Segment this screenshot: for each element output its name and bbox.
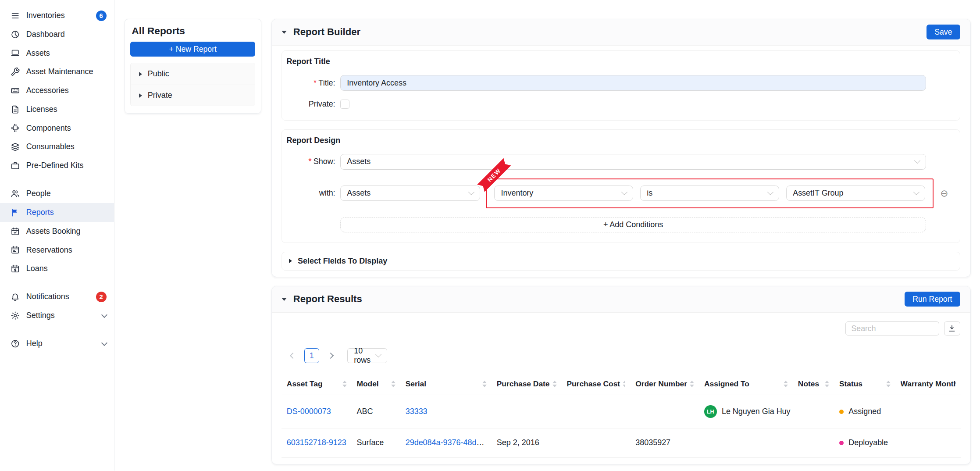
asset-tag-link[interactable]: 603152718-9123	[287, 438, 346, 447]
all-reports-panel: All Reports + New Report Public Private	[114, 0, 271, 471]
sidebar-item-notifications[interactable]: Notifications 2	[0, 288, 114, 307]
sidebar-item-people[interactable]: People	[0, 184, 114, 203]
serial-link[interactable]: 33333	[406, 407, 428, 416]
next-page-button[interactable]	[325, 348, 336, 363]
results-toolbar	[282, 321, 960, 336]
inventories-count-badge: 6	[96, 11, 107, 21]
column-header-purchase-date[interactable]: Purchase Date	[492, 373, 562, 395]
sidebar-item-settings[interactable]: Settings	[0, 306, 114, 325]
wrench-icon	[11, 67, 20, 76]
sidebar: Inventories 6 Dashboard Assets Asset Mai…	[0, 0, 114, 471]
report-group-private[interactable]: Private	[131, 85, 255, 106]
chevron-down-icon	[767, 189, 773, 195]
sidebar-item-accessories[interactable]: Accessories	[0, 81, 114, 100]
download-icon	[948, 324, 956, 333]
report-builder-header: Report Builder Save	[272, 19, 970, 46]
calendar-icon	[11, 245, 20, 254]
sidebar-item-label: Settings	[26, 311, 96, 320]
report-title-heading: Report Title	[286, 57, 950, 66]
condition-field-select[interactable]: Inventory	[494, 186, 633, 201]
column-header-model[interactable]: Model	[352, 373, 400, 395]
chevron-down-icon	[468, 189, 474, 195]
report-builder-card: Report Builder Save Report Title *Title:…	[271, 19, 971, 277]
asset-tag-link[interactable]: DS-0000073	[287, 407, 331, 416]
column-header-status[interactable]: Status	[834, 373, 896, 395]
table-row: DS-0000073 ABC 33333 LH Le Nguyen Gia Hu…	[282, 395, 961, 428]
sidebar-item-label: Loans	[26, 264, 107, 273]
dashboard-icon	[11, 30, 20, 39]
sidebar-item-label: Components	[26, 124, 107, 133]
collapse-caret-icon[interactable]	[282, 298, 287, 301]
serial-link[interactable]: 29de084a-9376-48dc-...	[406, 438, 490, 447]
condition-value-select[interactable]: AssetIT Group	[786, 186, 925, 201]
with-select[interactable]: Assets	[340, 186, 480, 201]
sidebar-item-reservations[interactable]: Reservations	[0, 241, 114, 260]
required-mark: *	[314, 78, 317, 87]
select-fields-collapse[interactable]: Select Fields To Display	[282, 252, 960, 271]
report-results-header: Report Results Run Report	[272, 286, 970, 313]
page-number-button[interactable]: 1	[304, 348, 319, 363]
sidebar-item-consumables[interactable]: Consumables	[0, 138, 114, 157]
sort-icon	[342, 381, 347, 387]
column-header-warranty-months[interactable]: Warranty Months	[895, 373, 961, 395]
sidebar-item-licenses[interactable]: Licenses	[0, 100, 114, 119]
column-header-assigned-to[interactable]: Assigned To	[699, 373, 793, 395]
sidebar-item-label: People	[26, 189, 107, 198]
column-header-asset-tag[interactable]: Asset Tag	[282, 373, 352, 395]
sidebar-item-assets-booking[interactable]: Assets Booking	[0, 222, 114, 241]
sidebar-item-components[interactable]: Components	[0, 119, 114, 138]
rows-per-page-select[interactable]: 10 rows	[347, 348, 387, 363]
sidebar-item-pre-defined-kits[interactable]: Pre-Defined Kits	[0, 156, 114, 175]
status-cell: Assigned	[839, 407, 891, 416]
highlighted-condition-group: NEW Inventory is AssetIT Group	[486, 178, 934, 208]
report-title-input[interactable]	[340, 75, 926, 91]
search-input[interactable]	[845, 321, 939, 336]
avatar: LH	[704, 405, 717, 418]
save-button[interactable]: Save	[927, 25, 960, 39]
column-header-serial[interactable]: Serial	[400, 373, 492, 395]
chevron-down-icon	[101, 311, 107, 318]
sidebar-item-assets[interactable]: Assets	[0, 44, 114, 63]
table-row: 603152718-9123 Surface 29de084a-9376-48d…	[282, 428, 961, 458]
collapse-caret-icon[interactable]	[282, 31, 287, 34]
required-mark: *	[308, 157, 311, 166]
sort-icon	[825, 381, 829, 387]
rows-per-page-value: 10 rows	[354, 346, 376, 365]
sidebar-group-spacer	[0, 325, 114, 334]
condition-operator-select[interactable]: is	[640, 186, 779, 201]
sidebar-item-inventories[interactable]: Inventories 6	[0, 6, 114, 25]
sort-icon	[482, 381, 487, 387]
remove-condition-icon[interactable]: ⊖	[939, 188, 950, 199]
column-header-notes[interactable]: Notes	[793, 373, 834, 395]
sort-icon	[552, 381, 557, 387]
show-select[interactable]: Assets	[340, 154, 926, 170]
sidebar-item-loans[interactable]: Loans	[0, 259, 114, 278]
sidebar-item-label: Notifications	[26, 292, 89, 301]
sidebar-item-asset-maintenance[interactable]: Asset Maintenance	[0, 63, 114, 82]
private-form-row: Private:	[292, 100, 950, 109]
purchase-cost-cell	[562, 428, 631, 458]
report-builder-title: Report Builder	[293, 26, 360, 38]
download-button[interactable]	[944, 321, 960, 336]
column-header-order-number[interactable]: Order Number	[631, 373, 699, 395]
chevron-right-icon	[328, 353, 334, 359]
prev-page-button[interactable]	[287, 348, 299, 363]
report-results-card: Report Results Run Report 1 10 rows	[271, 286, 971, 465]
column-header-purchase-cost[interactable]: Purchase Cost	[562, 373, 631, 395]
purchase-date-cell	[492, 395, 562, 428]
sidebar-item-label: Help	[26, 339, 96, 348]
people-icon	[11, 189, 20, 198]
report-group-public[interactable]: Public	[131, 63, 255, 84]
add-conditions-button[interactable]: + Add Conditions	[340, 217, 926, 233]
sidebar-item-help[interactable]: Help	[0, 334, 114, 353]
sidebar-item-reports[interactable]: Reports	[0, 203, 114, 222]
pagination: 1 10 rows	[287, 348, 960, 363]
chevron-left-icon	[290, 353, 296, 359]
sidebar-item-dashboard[interactable]: Dashboard	[0, 25, 114, 44]
condition-value-value: AssetIT Group	[793, 189, 843, 198]
chip-icon	[11, 123, 20, 132]
new-report-button[interactable]: + New Report	[130, 42, 255, 57]
private-checkbox[interactable]	[340, 100, 349, 109]
warranty-cell	[895, 428, 961, 458]
run-report-button[interactable]: Run Report	[905, 292, 960, 307]
